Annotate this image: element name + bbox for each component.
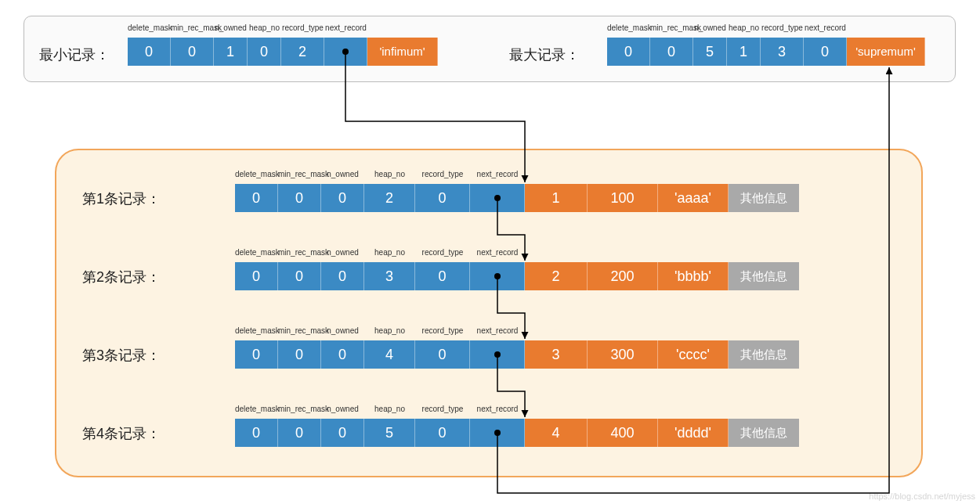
r3c2: 0 [321,340,364,369]
r4d2: 'dddd' [658,419,729,447]
r2h3: heap_no [364,248,415,257]
min-cell-1: 0 [171,38,214,66]
r1d2: 'aaaa' [658,184,729,212]
max-cell-4: 3 [761,38,804,66]
r3h2: n_owned [321,326,364,335]
min-cell-2: 1 [214,38,248,66]
r1c4: 0 [415,184,470,212]
r3c5 [470,340,525,369]
r4h3: heap_no [364,405,415,413]
r4c4: 0 [415,419,470,447]
r3c0: 0 [235,340,278,369]
r3h3: heap_no [364,326,415,335]
r1c5 [470,184,525,212]
hdr-min-2: n_owned [214,23,248,32]
min-record-label: 最小记录： [39,45,110,64]
r3d0: 3 [525,340,588,369]
hdr-min-4: record_type [281,23,324,32]
r4c2: 0 [321,419,364,447]
r4c3: 5 [364,419,415,447]
max-cell-2: 5 [693,38,727,66]
min-tag: 'infimum' [367,38,438,66]
r1d0: 1 [525,184,588,212]
r1d1: 100 [588,184,658,212]
r2h0: delete_mask [235,248,278,257]
r4d0: 4 [525,419,588,447]
r1h5: next_record [470,170,525,178]
r1c2: 0 [321,184,364,212]
r2d1: 200 [588,262,658,290]
r1c0: 0 [235,184,278,212]
r2c5 [470,262,525,290]
r4h4: record_type [415,405,470,413]
max-cell-5: 0 [804,38,847,66]
r4h1: min_rec_mask [278,405,321,413]
hdr-max-5: next_record [804,23,847,32]
r3h5: next_record [470,326,525,335]
r2d2: 'bbbb' [658,262,729,290]
r2extra: 其他信息 [729,262,799,290]
row3-label: 第3条记录： [82,346,161,365]
r3h4: record_type [415,326,470,335]
r2c2: 0 [321,262,364,290]
max-cell-1: 0 [650,38,693,66]
hdr-min-5: next_record [324,23,367,32]
r4d1: 400 [588,419,658,447]
r2c1: 0 [278,262,321,290]
r4extra: 其他信息 [729,419,799,447]
hdr-max-4: record_type [761,23,804,32]
hdr-max-1: min_rec_mask [650,23,693,32]
r1h4: record_type [415,170,470,178]
hdr-max-3: heap_no [727,23,761,32]
r3d2: 'cccc' [658,340,729,369]
r2c0: 0 [235,262,278,290]
hdr-min-0: delete_mask [128,23,171,32]
max-tag: 'supremum' [847,38,925,66]
r1c3: 2 [364,184,415,212]
r1extra: 其他信息 [729,184,799,212]
row4-label: 第4条记录： [82,424,161,443]
r1c1: 0 [278,184,321,212]
r2h4: record_type [415,248,470,257]
r2d0: 2 [525,262,588,290]
row2-label: 第2条记录： [82,268,161,286]
r3d1: 300 [588,340,658,369]
hdr-min-1: min_rec_mask [171,23,214,32]
max-cell-3: 1 [727,38,761,66]
hdr-max-0: delete_mask [607,23,650,32]
r1h1: min_rec_mask [278,170,321,178]
r3extra: 其他信息 [729,340,799,369]
row1-label: 第1条记录： [82,189,161,208]
r3h0: delete_mask [235,326,278,335]
r3h1: min_rec_mask [278,326,321,335]
max-record-label: 最大记录： [509,45,580,64]
r3c3: 4 [364,340,415,369]
r3c4: 0 [415,340,470,369]
r1h2: n_owned [321,170,364,178]
r4h0: delete_mask [235,405,278,413]
r2h2: n_owned [321,248,364,257]
r2c3: 3 [364,262,415,290]
r2h5: next_record [470,248,525,257]
min-cell-5 [324,38,367,66]
hdr-min-3: heap_no [248,23,281,32]
max-cell-0: 0 [607,38,650,66]
min-cell-3: 0 [248,38,281,66]
r1h0: delete_mask [235,170,278,178]
r2h1: min_rec_mask [278,248,321,257]
r4c5 [470,419,525,447]
r4c0: 0 [235,419,278,447]
r3c1: 0 [278,340,321,369]
min-cell-0: 0 [128,38,171,66]
watermark: https://blog.csdn.net/myjess [869,491,975,501]
r4c1: 0 [278,419,321,447]
r2c4: 0 [415,262,470,290]
r4h5: next_record [470,405,525,413]
min-cell-4: 2 [281,38,324,66]
hdr-max-2: n_owned [693,23,727,32]
r1h3: heap_no [364,170,415,178]
r4h2: n_owned [321,405,364,413]
